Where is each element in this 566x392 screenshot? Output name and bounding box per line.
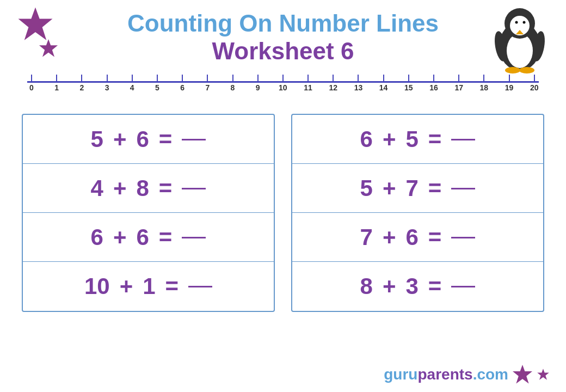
- operand-a: 10: [84, 273, 110, 299]
- answer-blank[interactable]: [451, 283, 475, 287]
- footer: guruparents.com: [384, 364, 550, 385]
- equals: =: [159, 126, 173, 152]
- equals: =: [165, 273, 179, 299]
- nl-label: 17: [454, 83, 463, 92]
- nl-number-7: 7: [203, 75, 212, 92]
- answer-blank[interactable]: [188, 283, 212, 287]
- answer-blank[interactable]: [451, 234, 475, 238]
- penguin-icon: [490, 3, 550, 76]
- nl-tick: [132, 75, 133, 82]
- svg-point-8: [515, 21, 518, 24]
- problems-section: 5 + 6 = 4 + 8 = 6 + 6 = 10 + 1 = 6 + 5: [0, 108, 566, 312]
- nl-number-3: 3: [103, 75, 112, 92]
- number-line: 0 1 2 3 4 5 6 7 8 9: [22, 75, 544, 103]
- number-line-container: 0 1 2 3 4 5 6 7 8 9: [22, 75, 544, 103]
- operator: +: [383, 273, 396, 299]
- svg-point-13: [505, 67, 520, 74]
- operand-a: 8: [360, 273, 373, 299]
- equals: =: [428, 175, 442, 201]
- operand-b: 6: [137, 224, 149, 250]
- equals: =: [159, 224, 173, 250]
- operand-b: 3: [406, 273, 419, 299]
- nl-label: 9: [256, 83, 260, 92]
- equals: =: [159, 175, 173, 201]
- nl-tick: [333, 75, 334, 82]
- nl-tick: [433, 75, 434, 82]
- header: Counting On Number Lines Worksheet 6: [0, 0, 566, 70]
- nl-tick: [509, 75, 510, 82]
- operator: +: [383, 224, 396, 250]
- footer-star-icon: [512, 364, 533, 385]
- right-problem-row-2: 7 + 6 =: [292, 213, 543, 262]
- operand-a: 4: [91, 175, 103, 201]
- svg-marker-16: [537, 369, 549, 380]
- right-problem-row-0: 6 + 5 =: [292, 115, 543, 164]
- right-problem-box: 6 + 5 = 5 + 7 = 7 + 6 = 8 + 3 =: [291, 114, 544, 312]
- operand-b: 5: [406, 126, 419, 152]
- nl-number-1: 1: [52, 75, 61, 92]
- operand-b: 1: [143, 273, 155, 299]
- nl-tick: [307, 75, 309, 82]
- operator: +: [113, 224, 127, 250]
- header-stars: [16, 5, 59, 59]
- operand-a: 5: [91, 126, 103, 152]
- nl-label: 20: [530, 83, 539, 92]
- left-problem-row-3: 10 + 1 =: [23, 262, 274, 311]
- operator: +: [120, 273, 133, 299]
- operand-a: 5: [360, 175, 373, 201]
- nl-number-14: 14: [379, 75, 388, 92]
- right-problem-row-1: 5 + 7 =: [292, 164, 543, 213]
- nl-number-15: 15: [404, 75, 413, 92]
- nl-label: 4: [130, 83, 134, 92]
- operator: +: [383, 175, 396, 201]
- left-problem-box: 5 + 6 = 4 + 8 = 6 + 6 = 10 + 1 =: [22, 114, 275, 312]
- nl-tick: [483, 75, 484, 82]
- nl-label: 8: [231, 83, 235, 92]
- nl-label: 6: [180, 83, 184, 92]
- nl-number-12: 12: [329, 75, 337, 92]
- nl-label: 11: [304, 83, 312, 92]
- operand-a: 6: [91, 224, 103, 250]
- nl-label: 5: [155, 83, 159, 92]
- nl-number-19: 19: [505, 75, 514, 92]
- svg-marker-1: [39, 39, 58, 57]
- nl-number-10: 10: [279, 75, 287, 92]
- nl-tick: [358, 75, 359, 82]
- worksheet-number: Worksheet 6: [127, 38, 439, 65]
- nl-tick: [182, 75, 183, 82]
- svg-point-14: [519, 67, 534, 74]
- nl-tick: [81, 75, 82, 82]
- nl-number-16: 16: [429, 75, 438, 92]
- nl-tick: [257, 75, 259, 82]
- footer-text: guruparents.com: [384, 366, 508, 383]
- nl-label: 18: [480, 83, 489, 92]
- answer-blank[interactable]: [451, 136, 475, 140]
- nl-label: 7: [205, 83, 210, 92]
- nl-number-8: 8: [229, 75, 237, 92]
- equals: =: [428, 224, 442, 250]
- svg-marker-0: [19, 8, 53, 40]
- operand-a: 7: [360, 224, 373, 250]
- answer-blank[interactable]: [451, 185, 475, 189]
- answer-blank[interactable]: [182, 185, 206, 189]
- left-problem-row-2: 6 + 6 =: [23, 213, 274, 262]
- penguin-svg: [490, 3, 550, 74]
- nl-number-6: 6: [178, 75, 187, 92]
- operator: +: [113, 126, 127, 152]
- nl-label: 3: [105, 83, 109, 92]
- nl-tick: [157, 75, 158, 82]
- nl-label: 16: [429, 83, 438, 92]
- nl-number-20: 20: [530, 75, 539, 92]
- nl-tick: [232, 75, 233, 82]
- left-problem-row-1: 4 + 8 =: [23, 164, 274, 213]
- nl-tick: [282, 75, 284, 82]
- nl-label: 1: [54, 83, 59, 92]
- answer-blank[interactable]: [182, 234, 206, 238]
- footer-small-star-icon: [537, 368, 550, 381]
- operand-b: 6: [406, 224, 419, 250]
- operator: +: [383, 126, 396, 152]
- nl-tick: [56, 75, 57, 82]
- operand-b: 7: [406, 175, 419, 201]
- nl-number-18: 18: [479, 75, 488, 92]
- answer-blank[interactable]: [182, 136, 206, 140]
